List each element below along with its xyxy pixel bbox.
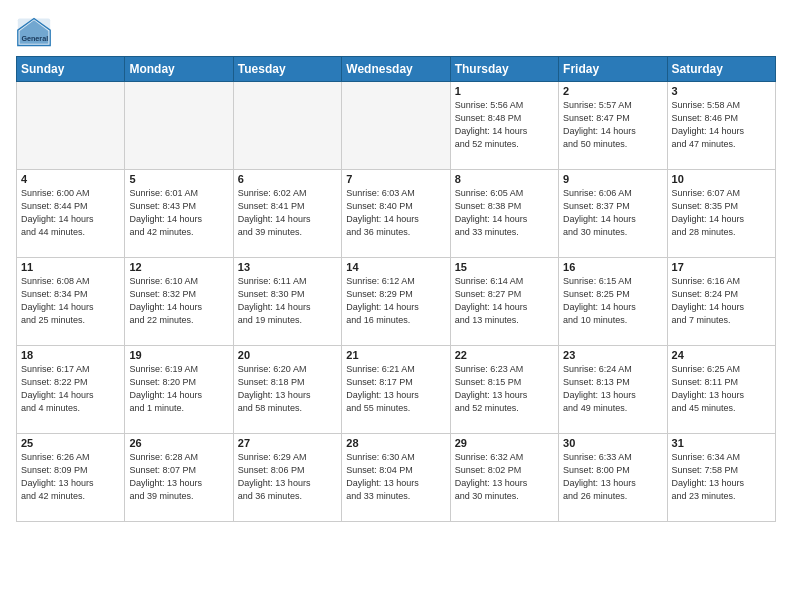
- day-cell: 5Sunrise: 6:01 AM Sunset: 8:43 PM Daylig…: [125, 170, 233, 258]
- day-info: Sunrise: 5:56 AM Sunset: 8:48 PM Dayligh…: [455, 99, 554, 151]
- header: General: [16, 16, 776, 48]
- day-cell: [17, 82, 125, 170]
- day-cell: [342, 82, 450, 170]
- day-number: 18: [21, 349, 120, 361]
- day-info: Sunrise: 5:58 AM Sunset: 8:46 PM Dayligh…: [672, 99, 771, 151]
- weekday-monday: Monday: [125, 57, 233, 82]
- day-number: 8: [455, 173, 554, 185]
- day-info: Sunrise: 6:26 AM Sunset: 8:09 PM Dayligh…: [21, 451, 120, 503]
- day-info: Sunrise: 6:29 AM Sunset: 8:06 PM Dayligh…: [238, 451, 337, 503]
- day-number: 30: [563, 437, 662, 449]
- day-info: Sunrise: 6:00 AM Sunset: 8:44 PM Dayligh…: [21, 187, 120, 239]
- page: General SundayMondayTuesdayWednesdayThur…: [0, 0, 792, 534]
- day-cell: 9Sunrise: 6:06 AM Sunset: 8:37 PM Daylig…: [559, 170, 667, 258]
- week-row-4: 18Sunrise: 6:17 AM Sunset: 8:22 PM Dayli…: [17, 346, 776, 434]
- day-info: Sunrise: 6:02 AM Sunset: 8:41 PM Dayligh…: [238, 187, 337, 239]
- day-number: 2: [563, 85, 662, 97]
- day-number: 31: [672, 437, 771, 449]
- weekday-friday: Friday: [559, 57, 667, 82]
- day-cell: 21Sunrise: 6:21 AM Sunset: 8:17 PM Dayli…: [342, 346, 450, 434]
- day-number: 13: [238, 261, 337, 273]
- day-info: Sunrise: 6:07 AM Sunset: 8:35 PM Dayligh…: [672, 187, 771, 239]
- day-info: Sunrise: 6:17 AM Sunset: 8:22 PM Dayligh…: [21, 363, 120, 415]
- day-info: Sunrise: 5:57 AM Sunset: 8:47 PM Dayligh…: [563, 99, 662, 151]
- day-number: 11: [21, 261, 120, 273]
- weekday-tuesday: Tuesday: [233, 57, 341, 82]
- day-number: 27: [238, 437, 337, 449]
- day-number: 16: [563, 261, 662, 273]
- day-cell: [125, 82, 233, 170]
- day-info: Sunrise: 6:06 AM Sunset: 8:37 PM Dayligh…: [563, 187, 662, 239]
- day-cell: 7Sunrise: 6:03 AM Sunset: 8:40 PM Daylig…: [342, 170, 450, 258]
- day-info: Sunrise: 6:21 AM Sunset: 8:17 PM Dayligh…: [346, 363, 445, 415]
- day-number: 29: [455, 437, 554, 449]
- weekday-wednesday: Wednesday: [342, 57, 450, 82]
- day-cell: [233, 82, 341, 170]
- day-number: 15: [455, 261, 554, 273]
- day-cell: 27Sunrise: 6:29 AM Sunset: 8:06 PM Dayli…: [233, 434, 341, 522]
- day-cell: 17Sunrise: 6:16 AM Sunset: 8:24 PM Dayli…: [667, 258, 775, 346]
- day-number: 25: [21, 437, 120, 449]
- day-number: 21: [346, 349, 445, 361]
- day-cell: 31Sunrise: 6:34 AM Sunset: 7:58 PM Dayli…: [667, 434, 775, 522]
- day-number: 4: [21, 173, 120, 185]
- day-number: 7: [346, 173, 445, 185]
- weekday-saturday: Saturday: [667, 57, 775, 82]
- day-cell: 18Sunrise: 6:17 AM Sunset: 8:22 PM Dayli…: [17, 346, 125, 434]
- day-cell: 11Sunrise: 6:08 AM Sunset: 8:34 PM Dayli…: [17, 258, 125, 346]
- day-cell: 22Sunrise: 6:23 AM Sunset: 8:15 PM Dayli…: [450, 346, 558, 434]
- day-info: Sunrise: 6:03 AM Sunset: 8:40 PM Dayligh…: [346, 187, 445, 239]
- day-number: 10: [672, 173, 771, 185]
- day-info: Sunrise: 6:15 AM Sunset: 8:25 PM Dayligh…: [563, 275, 662, 327]
- day-cell: 14Sunrise: 6:12 AM Sunset: 8:29 PM Dayli…: [342, 258, 450, 346]
- day-number: 23: [563, 349, 662, 361]
- day-number: 17: [672, 261, 771, 273]
- day-cell: 4Sunrise: 6:00 AM Sunset: 8:44 PM Daylig…: [17, 170, 125, 258]
- day-cell: 19Sunrise: 6:19 AM Sunset: 8:20 PM Dayli…: [125, 346, 233, 434]
- week-row-1: 1Sunrise: 5:56 AM Sunset: 8:48 PM Daylig…: [17, 82, 776, 170]
- day-number: 6: [238, 173, 337, 185]
- day-info: Sunrise: 6:20 AM Sunset: 8:18 PM Dayligh…: [238, 363, 337, 415]
- day-info: Sunrise: 6:24 AM Sunset: 8:13 PM Dayligh…: [563, 363, 662, 415]
- day-info: Sunrise: 6:23 AM Sunset: 8:15 PM Dayligh…: [455, 363, 554, 415]
- day-info: Sunrise: 6:05 AM Sunset: 8:38 PM Dayligh…: [455, 187, 554, 239]
- day-number: 14: [346, 261, 445, 273]
- weekday-sunday: Sunday: [17, 57, 125, 82]
- day-info: Sunrise: 6:01 AM Sunset: 8:43 PM Dayligh…: [129, 187, 228, 239]
- svg-text:General: General: [21, 34, 48, 43]
- day-cell: 20Sunrise: 6:20 AM Sunset: 8:18 PM Dayli…: [233, 346, 341, 434]
- day-number: 28: [346, 437, 445, 449]
- day-cell: 26Sunrise: 6:28 AM Sunset: 8:07 PM Dayli…: [125, 434, 233, 522]
- day-number: 1: [455, 85, 554, 97]
- logo-icon: General: [16, 16, 52, 48]
- day-info: Sunrise: 6:25 AM Sunset: 8:11 PM Dayligh…: [672, 363, 771, 415]
- week-row-2: 4Sunrise: 6:00 AM Sunset: 8:44 PM Daylig…: [17, 170, 776, 258]
- day-cell: 23Sunrise: 6:24 AM Sunset: 8:13 PM Dayli…: [559, 346, 667, 434]
- day-cell: 8Sunrise: 6:05 AM Sunset: 8:38 PM Daylig…: [450, 170, 558, 258]
- day-cell: 1Sunrise: 5:56 AM Sunset: 8:48 PM Daylig…: [450, 82, 558, 170]
- day-info: Sunrise: 6:12 AM Sunset: 8:29 PM Dayligh…: [346, 275, 445, 327]
- day-cell: 12Sunrise: 6:10 AM Sunset: 8:32 PM Dayli…: [125, 258, 233, 346]
- calendar-table: SundayMondayTuesdayWednesdayThursdayFrid…: [16, 56, 776, 522]
- day-info: Sunrise: 6:19 AM Sunset: 8:20 PM Dayligh…: [129, 363, 228, 415]
- day-number: 3: [672, 85, 771, 97]
- day-number: 12: [129, 261, 228, 273]
- day-cell: 24Sunrise: 6:25 AM Sunset: 8:11 PM Dayli…: [667, 346, 775, 434]
- day-cell: 25Sunrise: 6:26 AM Sunset: 8:09 PM Dayli…: [17, 434, 125, 522]
- day-info: Sunrise: 6:14 AM Sunset: 8:27 PM Dayligh…: [455, 275, 554, 327]
- weekday-row: SundayMondayTuesdayWednesdayThursdayFrid…: [17, 57, 776, 82]
- day-cell: 3Sunrise: 5:58 AM Sunset: 8:46 PM Daylig…: [667, 82, 775, 170]
- day-cell: 13Sunrise: 6:11 AM Sunset: 8:30 PM Dayli…: [233, 258, 341, 346]
- day-number: 24: [672, 349, 771, 361]
- day-cell: 16Sunrise: 6:15 AM Sunset: 8:25 PM Dayli…: [559, 258, 667, 346]
- day-number: 5: [129, 173, 228, 185]
- day-info: Sunrise: 6:11 AM Sunset: 8:30 PM Dayligh…: [238, 275, 337, 327]
- day-info: Sunrise: 6:16 AM Sunset: 8:24 PM Dayligh…: [672, 275, 771, 327]
- logo: General: [16, 16, 56, 48]
- day-info: Sunrise: 6:10 AM Sunset: 8:32 PM Dayligh…: [129, 275, 228, 327]
- day-cell: 29Sunrise: 6:32 AM Sunset: 8:02 PM Dayli…: [450, 434, 558, 522]
- day-cell: 28Sunrise: 6:30 AM Sunset: 8:04 PM Dayli…: [342, 434, 450, 522]
- day-info: Sunrise: 6:28 AM Sunset: 8:07 PM Dayligh…: [129, 451, 228, 503]
- week-row-5: 25Sunrise: 6:26 AM Sunset: 8:09 PM Dayli…: [17, 434, 776, 522]
- day-info: Sunrise: 6:34 AM Sunset: 7:58 PM Dayligh…: [672, 451, 771, 503]
